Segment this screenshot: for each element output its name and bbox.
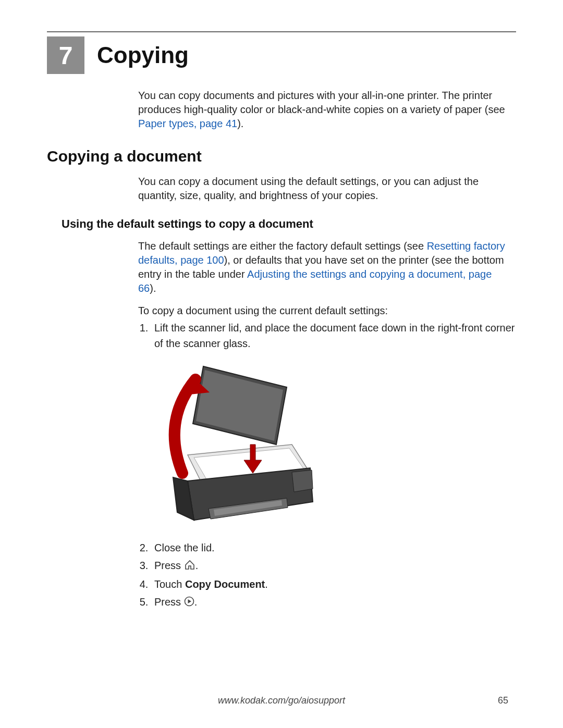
figure-scanner-lid — [167, 364, 516, 527]
home-icon — [184, 559, 195, 574]
subsection1-paragraph: The default settings are either the fact… — [138, 239, 511, 295]
step-4: Touch Copy Document. — [151, 576, 516, 592]
steps-lead: To copy a document using the current def… — [138, 304, 511, 318]
footer-url: www.kodak.com/go/aiosupport — [0, 695, 563, 706]
page-number: 65 — [498, 695, 508, 706]
subsection-default-settings: Using the default settings to copy a doc… — [62, 217, 516, 231]
steps-list: Lift the scanner lid, and place the docu… — [151, 320, 516, 351]
step-2: Close the lid. — [151, 540, 516, 556]
step-1: Lift the scanner lid, and place the docu… — [151, 320, 516, 351]
play-icon — [184, 595, 194, 611]
intro-paragraph: You can copy documents and pictures with… — [138, 89, 511, 131]
section-copying-document: Copying a document — [47, 147, 516, 165]
step-3: Press . — [151, 558, 516, 574]
steps-list-continued: Close the lid. Press . Touch Copy Docume… — [151, 540, 516, 611]
chapter-title: Copying — [97, 42, 189, 68]
step-5: Press . — [151, 594, 516, 611]
chapter-header: 7 Copying — [47, 36, 516, 74]
chapter-number-badge: 7 — [47, 36, 84, 74]
section1-paragraph: You can copy a document using the defaul… — [138, 175, 511, 203]
link-paper-types[interactable]: Paper types, page 41 — [138, 118, 237, 129]
